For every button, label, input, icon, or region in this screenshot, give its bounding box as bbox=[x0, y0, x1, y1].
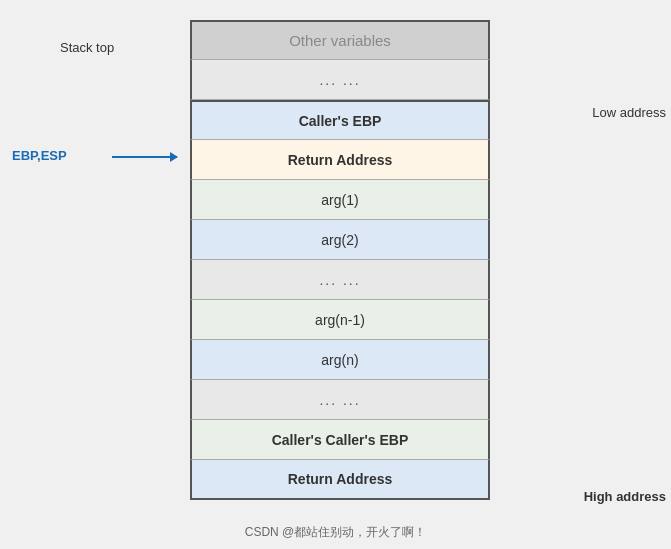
stack-row-other-vars: Other variables bbox=[190, 20, 490, 60]
ebp-esp-arrow bbox=[112, 156, 177, 158]
stack-row-dots-top: ... ... bbox=[190, 60, 490, 100]
stack-row-return-addr-2: Return Address bbox=[190, 460, 490, 500]
low-address-label: Low address bbox=[592, 105, 666, 120]
stack-row-callers-ebp: Caller's EBP bbox=[190, 100, 490, 140]
csdn-label: CSDN @都站住别动，开火了啊！ bbox=[245, 524, 427, 541]
high-address-label: High address bbox=[584, 489, 666, 504]
ebp-esp-label: EBP,ESP bbox=[12, 148, 67, 163]
stack-row-arg1: arg(1) bbox=[190, 180, 490, 220]
stack-row-callers-callers-ebp: Caller's Caller's EBP bbox=[190, 420, 490, 460]
stack-row-arg2: arg(2) bbox=[190, 220, 490, 260]
stack-table: Other variables... ...Caller's EBPReturn… bbox=[190, 20, 490, 500]
diagram-container: Stack top Low address High address EBP,E… bbox=[60, 20, 611, 509]
stack-top-label: Stack top bbox=[60, 40, 114, 55]
stack-row-argn: arg(n) bbox=[190, 340, 490, 380]
stack-row-argn1: arg(n-1) bbox=[190, 300, 490, 340]
stack-row-return-addr-1: Return Address bbox=[190, 140, 490, 180]
stack-row-dots-bot: ... ... bbox=[190, 380, 490, 420]
stack-row-dots-mid: ... ... bbox=[190, 260, 490, 300]
